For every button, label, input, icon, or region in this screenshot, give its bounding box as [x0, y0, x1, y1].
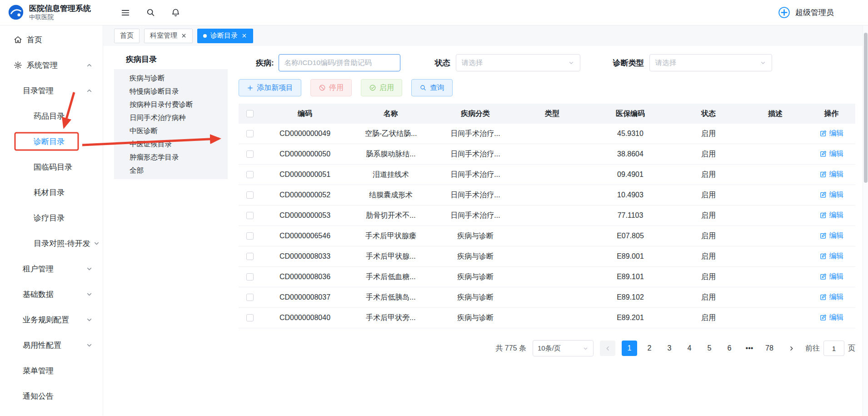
- query-label: 查询: [430, 83, 444, 93]
- catalog-item[interactable]: 特慢病诊断目录: [114, 85, 228, 98]
- vertical-scrollbar-thumb[interactable]: [864, 33, 868, 183]
- catalog-item[interactable]: 疾病与诊断: [114, 71, 228, 85]
- cell-name: 泪道挂线术: [349, 170, 433, 180]
- catalog-item[interactable]: 日间手术治疗病种: [114, 111, 228, 124]
- sidebar-item-national-code-catalog[interactable]: 国临码目录: [0, 154, 103, 180]
- row-checkbox[interactable]: [246, 232, 254, 240]
- select-all-checkbox[interactable]: [246, 110, 254, 117]
- page-5-button[interactable]: 5: [702, 341, 717, 356]
- total-count: 共 775 条: [495, 344, 526, 353]
- row-checkbox[interactable]: [246, 130, 254, 137]
- sidebar-item-catalog-compare[interactable]: 目录对照-待开发: [0, 231, 103, 256]
- edit-button[interactable]: 编辑: [819, 190, 844, 200]
- edit-button[interactable]: 编辑: [819, 272, 844, 281]
- notification-bell-icon[interactable]: [171, 8, 180, 17]
- cell-category: 日间手术治疗...: [433, 129, 518, 139]
- tab-diagnosis-catalog[interactable]: 诊断目录: [197, 29, 253, 43]
- row-checkbox[interactable]: [246, 150, 254, 158]
- diagnosis-table: 编码名称疾病分类类型医保编码状态描述操作 CD0000000049空肠-乙状结肠…: [239, 104, 855, 328]
- row-checkbox[interactable]: [246, 212, 254, 219]
- sidebar-item-treatment-catalog[interactable]: 诊疗目录: [0, 205, 103, 231]
- edit-button[interactable]: 编辑: [819, 129, 844, 138]
- edit-button[interactable]: 编辑: [819, 292, 844, 302]
- enable-button[interactable]: 启用: [361, 79, 402, 96]
- table-row: CD0000000051泪道挂线术日间手术治疗...09.4901启用编辑: [239, 165, 855, 185]
- close-tab-icon[interactable]: [241, 33, 247, 39]
- sidebar-item-catalog-management[interactable]: 目录管理: [0, 78, 103, 103]
- page-4-button[interactable]: 4: [682, 341, 697, 356]
- page-1-button[interactable]: 1: [622, 341, 637, 356]
- cell-status: 启用: [674, 190, 743, 200]
- row-checkbox[interactable]: [246, 191, 254, 199]
- edit-button[interactable]: 编辑: [819, 251, 844, 261]
- prev-page-button[interactable]: [600, 341, 615, 356]
- close-tab-icon[interactable]: [181, 33, 187, 39]
- sidebar-item-usability-config[interactable]: 易用性配置: [0, 332, 103, 358]
- query-button[interactable]: 查询: [411, 79, 453, 96]
- enable-label: 启用: [379, 83, 394, 93]
- goto-page-input[interactable]: [823, 341, 844, 356]
- user-name: 超级管理员: [795, 7, 834, 18]
- sidebar-item-tenant-management[interactable]: 租户管理: [0, 256, 103, 281]
- next-page-button[interactable]: [783, 341, 799, 356]
- cell-name: 结膜囊成形术: [349, 190, 433, 200]
- row-checkbox[interactable]: [246, 253, 254, 260]
- edit-button[interactable]: 编辑: [819, 149, 844, 159]
- edit-button[interactable]: 编辑: [819, 211, 844, 220]
- edit-button[interactable]: 编辑: [819, 231, 844, 241]
- sidebar-item-drug-catalog[interactable]: 药品目录: [0, 103, 103, 129]
- cell-insurance-code: E07.805: [587, 232, 674, 240]
- sidebar-item-base-data[interactable]: 基础数据: [0, 281, 103, 307]
- sidebar-item-business-rule-config[interactable]: 业务规则配置: [0, 307, 103, 332]
- sidebar-item-diagnosis-catalog[interactable]: 诊断目录: [0, 129, 103, 154]
- plus-icon: [247, 85, 254, 91]
- sidebar: 首页系统管理目录管理药品目录诊断目录国临码目录耗材目录诊疗目录目录对照-待开发租…: [0, 25, 103, 416]
- column-header: 状态: [674, 109, 743, 119]
- cell-category: 疾病与诊断: [433, 272, 518, 282]
- row-checkbox[interactable]: [246, 273, 254, 281]
- more-pages-button[interactable]: •••: [742, 341, 757, 356]
- search-icon[interactable]: [146, 8, 155, 17]
- disease-search-input[interactable]: [279, 54, 400, 71]
- cell-insurance-code: E89.102: [587, 293, 674, 301]
- sidebar-item-home[interactable]: 首页: [0, 27, 103, 52]
- status-select[interactable]: 请选择: [456, 54, 580, 71]
- edit-icon: [819, 170, 827, 178]
- catalog-item[interactable]: 全部: [114, 164, 228, 177]
- row-checkbox[interactable]: [246, 294, 254, 301]
- diagnosis-type-select[interactable]: 请选择: [649, 54, 772, 71]
- sidebar-item-consumable-catalog[interactable]: 耗材目录: [0, 180, 103, 205]
- edit-button[interactable]: 编辑: [819, 170, 844, 179]
- page-size-select[interactable]: 10条/页: [533, 340, 594, 356]
- tab-label: 科室管理: [150, 31, 177, 40]
- add-item-button[interactable]: 添加新项目: [239, 79, 301, 96]
- catalog-item[interactable]: 中医证候目录: [114, 137, 228, 150]
- disable-button[interactable]: 停用: [310, 79, 352, 96]
- row-checkbox[interactable]: [246, 314, 254, 321]
- page-2-button[interactable]: 2: [642, 341, 657, 356]
- edit-button[interactable]: 编辑: [819, 313, 844, 322]
- content-area: 疾病目录 疾病与诊断特慢病诊断目录按病种目录付费诊断日间手术治疗病种中医诊断中医…: [103, 46, 868, 416]
- catalog-item[interactable]: 中医诊断: [114, 124, 228, 137]
- sidebar-item-menu-management[interactable]: 菜单管理: [0, 358, 103, 383]
- tab-dept-management[interactable]: 科室管理: [144, 29, 193, 43]
- collapse-menu-icon[interactable]: [120, 8, 130, 18]
- page-3-button[interactable]: 3: [662, 341, 677, 356]
- user-area[interactable]: 超级管理员: [778, 6, 834, 19]
- cell-status: 启用: [674, 150, 743, 159]
- ban-icon: [319, 84, 326, 91]
- row-checkbox[interactable]: [246, 171, 254, 178]
- add-item-label: 添加新项目: [257, 83, 293, 93]
- sidebar-item-notice[interactable]: 通知公告: [0, 383, 103, 409]
- sidebar-item-system-management[interactable]: 系统管理: [0, 52, 103, 78]
- sidebar-item-label: 业务规则配置: [23, 315, 69, 325]
- tab-home[interactable]: 首页: [114, 29, 140, 43]
- catalog-item[interactable]: 按病种目录付费诊断: [114, 98, 228, 111]
- main-layout: 首页系统管理目录管理药品目录诊断目录国临码目录耗材目录诊疗目录目录对照-待开发租…: [0, 25, 868, 416]
- catalog-item[interactable]: 肿瘤形态学目录: [114, 150, 228, 164]
- page-6-button[interactable]: 6: [722, 341, 737, 356]
- vertical-scrollbar-track[interactable]: [863, 25, 868, 416]
- page-78-button[interactable]: 78: [762, 341, 777, 356]
- hospital-name: 中联医院: [29, 13, 91, 21]
- sidebar-item-label: 租户管理: [23, 264, 54, 274]
